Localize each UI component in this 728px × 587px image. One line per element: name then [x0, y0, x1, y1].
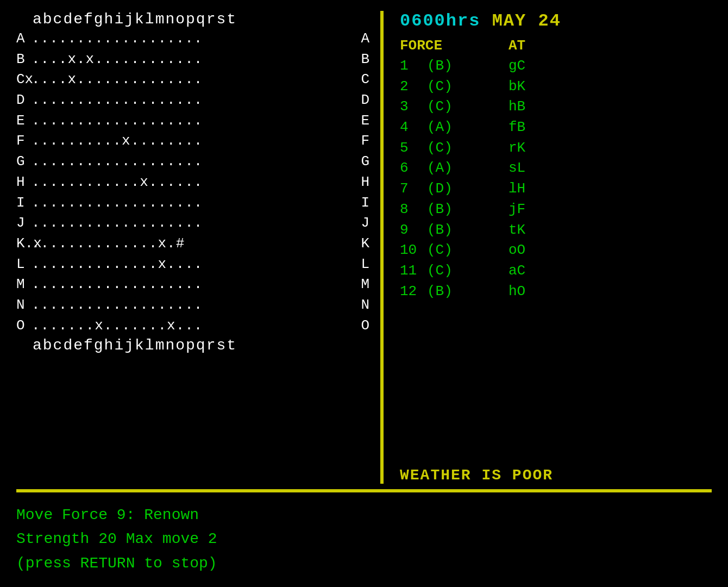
force-num: 8	[400, 199, 427, 220]
row-left-label: Cx	[16, 70, 32, 90]
row-left-label: M	[16, 274, 32, 295]
row-left-label: A	[16, 29, 32, 49]
at-col-header: AT	[509, 38, 525, 54]
force-num: 1	[400, 56, 427, 77]
force-at-val: jF	[509, 199, 552, 220]
grid-row: O.......x.......x...O	[16, 316, 369, 336]
row-content: ....x.x............	[32, 49, 354, 70]
row-right-label: F	[354, 131, 369, 152]
force-loc: (B)	[427, 199, 509, 220]
row-content: ...................	[32, 274, 354, 295]
row-content: ..............x.#	[32, 234, 354, 254]
force-table: FORCE AT 1(B)gC2(C)bK3(C)hB4(A)fB5(C)rK6…	[400, 38, 712, 463]
force-loc: (C)	[427, 138, 509, 159]
row-left-label: O	[16, 316, 32, 336]
row-right-label: D	[354, 90, 369, 111]
force-row: 6(A)sL	[400, 158, 712, 179]
grid-row: H............x......H	[16, 172, 369, 193]
row-left-label: K.x	[16, 234, 32, 254]
date-text: MAY 24	[492, 11, 561, 31]
grid-row: I...................I	[16, 193, 369, 214]
row-content: ............x......	[32, 172, 354, 193]
force-num: 4	[400, 117, 427, 138]
force-rows: 1(B)gC2(C)bK3(C)hB4(A)fB5(C)rK6(A)sL7(D)…	[400, 56, 712, 302]
force-loc: (B)	[427, 282, 509, 302]
top-section: abcdefghijklmnopqrst A..................…	[16, 11, 712, 484]
row-right-label: N	[354, 295, 369, 316]
weather-text: WEATHER IS POOR	[400, 467, 712, 484]
row-right-label: H	[354, 172, 369, 193]
bottom-section: Move Force 9: Renown Strength 20 Max mov…	[16, 498, 712, 576]
row-content: ..........x........	[32, 131, 354, 152]
grid-row: F..........x........F	[16, 131, 369, 152]
row-right-label: C	[354, 70, 369, 90]
vertical-divider	[380, 11, 384, 484]
row-content: ...................	[32, 152, 354, 172]
force-loc: (B)	[427, 220, 509, 241]
row-left-label: H	[16, 172, 32, 193]
row-right-label: O	[354, 316, 369, 336]
grid-row: J...................J	[16, 213, 369, 234]
row-left-label: J	[16, 213, 32, 234]
bottom-line1: Move Force 9: Renown	[16, 503, 712, 528]
right-panel: 0600hrs MAY 24 FORCE AT 1(B)gC2(C)bK3(C)…	[389, 11, 712, 484]
grid-rows: A...................AB....x.x...........…	[16, 29, 369, 336]
force-at-val: oO	[509, 240, 552, 261]
row-content: ....x..............	[32, 70, 354, 90]
grid-row: G...................G	[16, 152, 369, 172]
force-at-val: bK	[509, 77, 552, 97]
force-row: 7(D)lH	[400, 179, 712, 199]
row-left-label: F	[16, 131, 32, 152]
force-row: 2(C)bK	[400, 77, 712, 97]
force-at-val: sL	[509, 158, 552, 179]
force-row: 11(C)aC	[400, 261, 712, 282]
row-content: .......x.......x...	[32, 316, 354, 336]
force-at-val: fB	[509, 117, 552, 138]
force-row: 1(B)gC	[400, 56, 712, 77]
force-row: 12(B)hO	[400, 282, 712, 302]
force-row: 3(C)hB	[400, 97, 712, 117]
force-loc: (C)	[427, 261, 509, 282]
grid-row: L..............x....L	[16, 254, 369, 275]
time-value: 0600hrs	[400, 11, 480, 31]
row-left-label: B	[16, 49, 32, 70]
force-num: 9	[400, 220, 427, 241]
grid-row: D...................D	[16, 90, 369, 111]
row-content: ..............x....	[32, 254, 354, 275]
force-col-header: FORCE	[400, 38, 509, 54]
horizontal-divider	[16, 489, 712, 492]
force-num: 12	[400, 282, 427, 302]
grid-row: B....x.x............B	[16, 49, 369, 70]
force-at-val: hB	[509, 97, 552, 117]
bottom-line3: (press RETURN to stop)	[16, 552, 712, 576]
left-panel: abcdefghijklmnopqrst A..................…	[16, 11, 375, 484]
row-right-label: L	[354, 254, 369, 275]
row-content: ...................	[32, 111, 354, 132]
force-loc: (C)	[427, 97, 509, 117]
force-num: 10	[400, 240, 427, 261]
force-loc: (A)	[427, 117, 509, 138]
row-left-label: I	[16, 193, 32, 214]
force-num: 7	[400, 179, 427, 199]
force-loc: (B)	[427, 56, 509, 77]
force-row: 8(B)jF	[400, 199, 712, 220]
grid-row: Cx....x..............C	[16, 70, 369, 90]
row-left-label: D	[16, 90, 32, 111]
force-at-val: lH	[509, 179, 552, 199]
grid-row: N...................N	[16, 295, 369, 316]
row-right-label: K	[354, 234, 369, 254]
force-at-val: rK	[509, 138, 552, 159]
force-loc: (C)	[427, 240, 509, 261]
force-at-val: gC	[509, 56, 552, 77]
grid-row: M...................M	[16, 274, 369, 295]
row-content: ...................	[32, 193, 354, 214]
row-right-label: I	[354, 193, 369, 214]
force-num: 5	[400, 138, 427, 159]
force-header-row: FORCE AT	[400, 38, 712, 54]
row-left-label: E	[16, 111, 32, 132]
grid-row: E...................E	[16, 111, 369, 132]
force-row: 10(C)oO	[400, 240, 712, 261]
row-right-label: E	[354, 111, 369, 132]
row-left-label: G	[16, 152, 32, 172]
grid-row: K.x..............x.#K	[16, 234, 369, 254]
